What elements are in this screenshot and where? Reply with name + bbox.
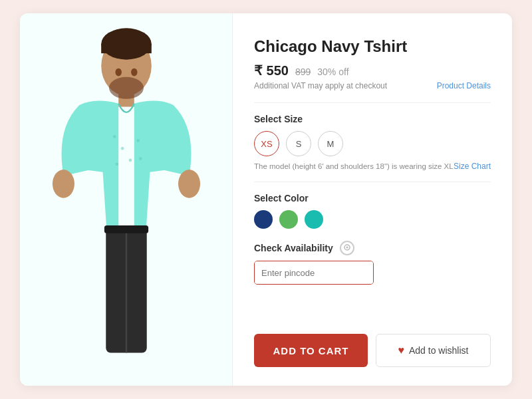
- price-original: 899: [295, 66, 311, 77]
- product-image: [20, 13, 232, 386]
- svg-point-13: [120, 147, 124, 150]
- add-to-wishlist-button[interactable]: ♥ Add to wishlist: [376, 334, 491, 367]
- svg-rect-2: [101, 44, 152, 53]
- model-illustration: [40, 27, 213, 372]
- size-options: XS S M: [254, 131, 491, 156]
- product-title: Chicago Navy Tshirt: [254, 37, 491, 56]
- divider-1: [254, 102, 491, 103]
- svg-point-16: [115, 162, 118, 166]
- size-btn-s[interactable]: S: [286, 131, 311, 156]
- size-btn-m[interactable]: M: [318, 131, 343, 156]
- add-to-cart-button[interactable]: ADD TO CART: [254, 334, 368, 367]
- model-note-row: The model (height 6' and shoulders 18") …: [254, 162, 491, 171]
- svg-point-14: [136, 139, 140, 142]
- price-discount: 30% off: [317, 66, 348, 77]
- model-note: The model (height 6' and shoulders 18") …: [254, 162, 454, 170]
- divider-2: [254, 182, 491, 182]
- svg-point-5: [178, 170, 200, 198]
- svg-point-9: [109, 77, 144, 99]
- size-section-label: Select Size: [254, 114, 491, 124]
- location-svg: [343, 244, 351, 252]
- price-row: ₹ 550 899 30% off: [254, 63, 491, 78]
- svg-point-12: [112, 135, 116, 138]
- product-image-section: [20, 13, 233, 386]
- add-to-wishlist-label: Add to wishlist: [409, 345, 468, 356]
- heart-icon: ♥: [398, 344, 405, 356]
- availability-row: Check Availability: [254, 241, 491, 255]
- product-details-section: Chicago Navy Tshirt ₹ 550 899 30% off Ad…: [233, 13, 512, 386]
- availability-label: Check Availability: [254, 243, 333, 253]
- pincode-row: ›: [254, 261, 491, 285]
- vat-row: Additional VAT may apply at checkout Pro…: [254, 81, 491, 90]
- size-btn-xs[interactable]: XS: [254, 131, 279, 156]
- pincode-input-wrap: ›: [254, 261, 374, 285]
- vat-text: Additional VAT may apply at checkout: [254, 81, 387, 90]
- svg-point-10: [115, 68, 121, 76]
- svg-point-19: [346, 247, 348, 249]
- pincode-input[interactable]: [255, 261, 374, 284]
- product-card: Chicago Navy Tshirt ₹ 550 899 30% off Ad…: [20, 13, 512, 386]
- product-details-link[interactable]: Product Details: [437, 81, 491, 90]
- svg-point-17: [138, 157, 142, 160]
- price-current: ₹ 550: [254, 63, 289, 78]
- color-section-label: Select Color: [254, 193, 491, 203]
- svg-point-4: [52, 170, 74, 198]
- color-options: [254, 210, 491, 229]
- svg-point-11: [131, 68, 137, 76]
- svg-point-15: [128, 159, 132, 162]
- color-teal[interactable]: [305, 210, 323, 229]
- svg-rect-8: [104, 225, 148, 233]
- location-icon: [340, 241, 354, 255]
- color-navy[interactable]: [254, 210, 273, 229]
- size-chart-link[interactable]: Size Chart: [454, 162, 491, 171]
- color-green[interactable]: [279, 210, 298, 229]
- action-row: ADD TO CART ♥ Add to wishlist: [254, 334, 491, 367]
